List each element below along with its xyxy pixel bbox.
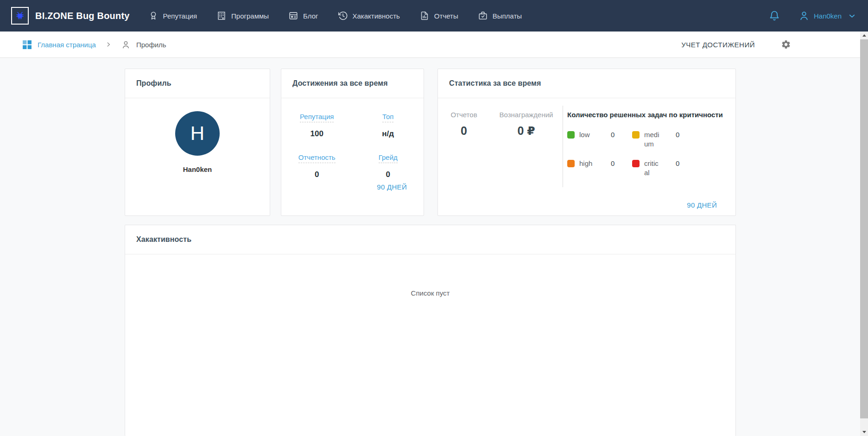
severity-critical-label: critical bbox=[644, 159, 661, 177]
nav-item-reports[interactable]: Отчеты bbox=[419, 11, 458, 21]
stat-label-reputation[interactable]: Репутация bbox=[300, 113, 334, 122]
nav-item-programs[interactable]: Программы bbox=[216, 11, 269, 21]
empty-list-text: Список пуст bbox=[125, 289, 735, 297]
chevron-down-icon bbox=[848, 12, 856, 20]
rewards-total-value: 0 ₽ bbox=[490, 124, 563, 138]
profile-card: Профиль H Han0ken bbox=[125, 69, 270, 216]
person-icon bbox=[121, 40, 131, 50]
nav-label: Блог bbox=[303, 12, 318, 20]
briefcase-icon bbox=[478, 11, 488, 21]
severity-item-low: low 0 bbox=[567, 130, 632, 149]
stat-grade: Грейд 0 bbox=[353, 153, 424, 179]
dashboard-grid-icon bbox=[22, 40, 32, 50]
severity-grid: low 0 medium 0 high 0 critical 0 bbox=[567, 130, 729, 177]
hackactivity-card-title: Хакактивность bbox=[125, 225, 735, 254]
main-nav: Репутация Программы bbox=[148, 11, 522, 21]
nav-label: Репутация bbox=[163, 12, 197, 20]
severity-low-count: 0 bbox=[611, 130, 615, 139]
severity-low-label: low bbox=[579, 130, 596, 139]
achievements-grid: Репутация 100 Топ н/д Отчетность 0 Грейд… bbox=[281, 98, 424, 179]
achievements-90-days-link[interactable]: 90 ДНЕЙ bbox=[377, 183, 407, 191]
app-root: BI.ZONE Bug Bounty Репутация bbox=[0, 0, 868, 436]
achievements-accounting-link[interactable]: УЧЕТ ДОСТИЖЕНИЙ bbox=[681, 41, 755, 49]
severity-high-label: high bbox=[579, 159, 596, 168]
severity-medium-count: 0 bbox=[676, 130, 679, 139]
scrollbar-up-arrow[interactable] bbox=[860, 32, 868, 39]
severity-breakdown: Количество решенных задач по критичности… bbox=[567, 111, 729, 177]
gear-icon[interactable] bbox=[781, 39, 791, 50]
statistics-totals: Отчетов 0 Вознаграждений 0 ₽ bbox=[438, 111, 563, 138]
breadcrumb-home-label: Главная страница bbox=[38, 41, 96, 49]
breadcrumb-bar: Главная страница Профиль УЧЕТ ДОСТИЖЕНИЙ bbox=[0, 32, 860, 58]
breadcrumb-chevron-icon bbox=[105, 41, 112, 48]
report-icon bbox=[419, 11, 430, 21]
reports-total-label: Отчетов bbox=[438, 111, 490, 119]
brand-name: BI.ZONE Bug Bounty bbox=[35, 11, 130, 21]
medal-icon bbox=[148, 11, 158, 21]
nav-item-hackactivity[interactable]: Хакактивность bbox=[338, 11, 400, 21]
avatar: H bbox=[175, 111, 220, 156]
severity-low-swatch bbox=[567, 131, 575, 139]
severity-title: Количество решенных задач по критичности bbox=[567, 111, 729, 119]
brand-logo[interactable]: BI.ZONE Bug Bounty bbox=[11, 7, 130, 25]
severity-item-critical: critical 0 bbox=[632, 159, 697, 177]
navbar-right: Han0ken bbox=[769, 10, 856, 21]
severity-high-count: 0 bbox=[611, 159, 615, 168]
nav-label: Выплаты bbox=[493, 12, 522, 20]
blog-icon bbox=[288, 11, 298, 21]
statistics-90-days-link[interactable]: 90 ДНЕЙ bbox=[687, 201, 717, 209]
breadcrumb-current: Профиль bbox=[121, 40, 166, 50]
user-menu[interactable]: Han0ken bbox=[798, 10, 856, 21]
profile-username: Han0ken bbox=[125, 165, 270, 173]
stat-reporting: Отчетность 0 bbox=[281, 153, 353, 179]
user-icon bbox=[798, 10, 810, 21]
username: Han0ken bbox=[814, 12, 842, 20]
vertical-divider bbox=[563, 106, 563, 187]
severity-medium-swatch bbox=[632, 131, 640, 139]
severity-critical-count: 0 bbox=[676, 159, 679, 168]
nav-label: Программы bbox=[231, 12, 269, 20]
stat-label-top[interactable]: Топ bbox=[382, 113, 393, 122]
bug-logo-icon bbox=[11, 7, 29, 25]
achievements-card: Достижения за все время Репутация 100 То… bbox=[281, 69, 424, 216]
rewards-total-label: Вознаграждений bbox=[490, 111, 563, 119]
nav-item-reputation[interactable]: Репутация bbox=[148, 11, 197, 21]
breadcrumb-right: УЧЕТ ДОСТИЖЕНИЙ bbox=[681, 39, 860, 50]
nav-item-blog[interactable]: Блог bbox=[288, 11, 318, 21]
reports-total-value: 0 bbox=[438, 124, 490, 138]
history-icon bbox=[338, 11, 348, 21]
profile-card-title: Профиль bbox=[125, 69, 270, 98]
stat-top: Топ н/д bbox=[353, 113, 424, 139]
stat-label-reporting[interactable]: Отчетность bbox=[298, 153, 336, 163]
nav-item-payouts[interactable]: Выплаты bbox=[478, 11, 522, 21]
notifications-bell-icon[interactable] bbox=[769, 10, 780, 21]
severity-medium-label: medium bbox=[644, 130, 661, 149]
scrollbar-down-arrow[interactable] bbox=[860, 428, 868, 436]
reports-total: Отчетов 0 bbox=[438, 111, 490, 138]
statistics-card: Статистика за все время Отчетов 0 Вознаг… bbox=[437, 69, 736, 216]
stat-label-grade[interactable]: Грейд bbox=[379, 153, 398, 163]
nav-label: Хакактивность bbox=[353, 12, 400, 20]
statistics-card-title: Статистика за все время bbox=[438, 69, 735, 98]
achievements-card-title: Достижения за все время bbox=[281, 69, 424, 98]
vertical-scrollbar[interactable] bbox=[860, 32, 868, 436]
severity-item-high: high 0 bbox=[567, 159, 632, 177]
severity-critical-swatch bbox=[632, 160, 640, 167]
stat-value-top: н/д bbox=[353, 129, 424, 139]
nav-label: Отчеты bbox=[434, 12, 458, 20]
rewards-total: Вознаграждений 0 ₽ bbox=[490, 111, 563, 138]
severity-item-medium: medium 0 bbox=[632, 130, 697, 149]
stat-reputation: Репутация 100 bbox=[281, 113, 353, 139]
stat-value-reputation: 100 bbox=[281, 129, 353, 139]
stat-value-reporting: 0 bbox=[281, 170, 353, 179]
top-navbar: BI.ZONE Bug Bounty Репутация bbox=[0, 0, 868, 32]
breadcrumb-current-label: Профиль bbox=[136, 41, 166, 49]
scrollbar-thumb[interactable] bbox=[860, 39, 868, 418]
stat-value-grade: 0 bbox=[353, 170, 424, 179]
severity-high-swatch bbox=[567, 160, 575, 167]
building-icon bbox=[216, 11, 227, 21]
breadcrumb-home-link[interactable]: Главная страница bbox=[22, 40, 96, 50]
hackactivity-card: Хакактивность Список пуст bbox=[125, 225, 736, 436]
